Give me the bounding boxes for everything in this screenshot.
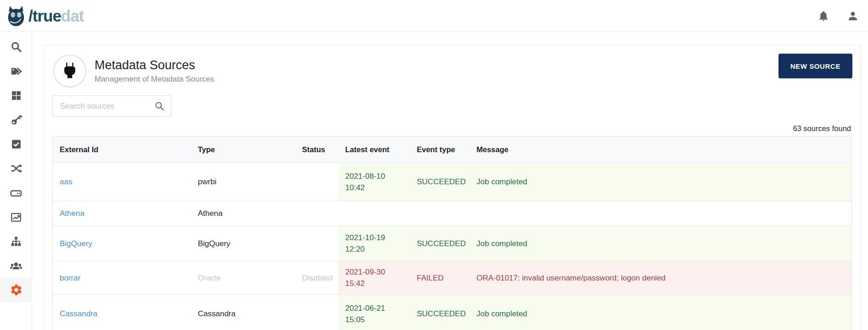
cell-event-type — [410, 201, 470, 226]
cell-status — [295, 162, 338, 201]
key-icon — [10, 114, 22, 126]
metadata-sources-panel: Metadata Sources Management of Metadata … — [44, 45, 861, 330]
cell-message: ORA-01017: invalid username/password; lo… — [470, 261, 852, 294]
chart-line-icon — [10, 211, 22, 223]
cell-type: Cassandra — [191, 294, 295, 330]
bell-icon[interactable] — [818, 10, 829, 22]
source-link[interactable]: aas — [60, 177, 72, 186]
cell-message: Job completed — [470, 294, 852, 330]
cell-status — [295, 226, 338, 261]
sitemap-icon — [10, 236, 22, 248]
cell-external-id: BigQuery — [53, 226, 191, 261]
check-square-icon — [11, 138, 22, 150]
sidebar-item-settings[interactable] — [0, 278, 32, 302]
column-header-latest-event: Latest event — [338, 137, 410, 162]
cell-type: BigQuery — [191, 226, 295, 261]
column-header-status: Status — [295, 137, 338, 162]
source-link[interactable]: Cassandra — [60, 309, 97, 318]
column-header-event-type: Event type — [410, 137, 470, 162]
column-header-message: Message — [470, 137, 852, 162]
cell-status: Disabled — [295, 261, 338, 294]
sidebar-item-tags[interactable] — [0, 59, 32, 83]
plug-avatar — [53, 55, 86, 88]
page-header: Metadata Sources Management of Metadata … — [53, 55, 214, 88]
new-source-button[interactable]: NEW SOURCE — [778, 54, 852, 78]
page-subtitle: Management of Metadata Sources — [95, 75, 214, 84]
gear-icon — [10, 283, 23, 297]
cell-latest-event: 2021-06-21 15:05 — [338, 294, 410, 330]
column-header-external-id: External Id — [53, 137, 191, 162]
cell-message: Job completed — [470, 226, 852, 261]
owl-icon — [6, 6, 27, 27]
grid-icon — [11, 90, 22, 101]
users-icon — [10, 259, 22, 272]
cell-type: Oracle — [191, 261, 295, 294]
cell-event-type: FAILED — [410, 261, 470, 294]
sidebar-item-drive[interactable] — [0, 181, 32, 205]
table-header-row: External Id Type Status Latest event Eve… — [53, 137, 852, 162]
cell-latest-event: 2021-08-10 10:42 — [338, 162, 410, 201]
sidebar-item-key[interactable] — [0, 108, 32, 132]
sidebar — [0, 32, 32, 330]
cell-type: pwrbi — [191, 162, 295, 201]
page-title: Metadata Sources — [95, 58, 214, 72]
cell-external-id: aas — [53, 162, 191, 201]
sidebar-item-shuffle[interactable] — [0, 156, 32, 181]
user-profile-icon[interactable] — [847, 10, 859, 22]
sidebar-item-check-square[interactable] — [0, 132, 32, 156]
cell-latest-event — [338, 201, 410, 226]
tags-icon — [10, 65, 22, 77]
sidebar-item-chart-line[interactable] — [0, 205, 32, 229]
source-link[interactable]: borrar — [60, 274, 80, 282]
cell-external-id: Cassandra — [53, 294, 191, 330]
cell-external-id: Athena — [53, 201, 191, 226]
cell-message — [470, 201, 852, 226]
logo-text: /truedat — [28, 7, 84, 25]
cell-message: Job completed — [470, 162, 852, 201]
table-row: Cassandra Cassandra 2021-06-21 15:05 SUC… — [53, 294, 852, 330]
results-count: 63 sources found — [793, 124, 851, 133]
cell-event-type: SUCCEEDED — [410, 162, 470, 201]
top-bar: /truedat — [0, 0, 868, 32]
sidebar-item-users[interactable] — [0, 253, 32, 278]
cell-event-type: SUCCEEDED — [410, 294, 470, 330]
table-row: borrar Oracle Disabled 2021-09-30 15:42 … — [53, 261, 852, 294]
cell-latest-event: 2021-09-30 15:42 — [338, 261, 410, 294]
drive-icon — [10, 187, 22, 199]
truedat-logo[interactable]: /truedat — [0, 6, 84, 27]
source-link[interactable]: BigQuery — [60, 239, 92, 248]
column-header-type: Type — [191, 137, 295, 162]
plug-icon — [60, 60, 79, 82]
cell-external-id: borrar — [53, 261, 191, 294]
table-row: Athena Athena — [53, 201, 852, 226]
search-icon[interactable] — [154, 101, 165, 113]
sidebar-item-grid[interactable] — [0, 83, 32, 108]
cell-status — [295, 294, 338, 330]
table-row: BigQuery BigQuery 2021-10-19 12:20 SUCCE… — [53, 226, 852, 261]
cell-type: Athena — [191, 201, 295, 226]
cell-event-type: SUCCEEDED — [410, 226, 470, 261]
cell-status — [295, 201, 338, 226]
search-box — [52, 95, 171, 117]
sources-table: External Id Type Status Latest event Eve… — [52, 136, 852, 330]
table-row: aas pwrbi 2021-08-10 10:42 SUCCEEDED Job… — [53, 162, 852, 201]
source-link[interactable]: Athena — [60, 209, 84, 218]
sidebar-item-sitemap[interactable] — [0, 229, 32, 253]
shuffle-icon — [10, 162, 22, 175]
cell-latest-event: 2021-10-19 12:20 — [338, 226, 410, 261]
sidebar-item-search[interactable] — [0, 35, 32, 59]
search-input[interactable] — [52, 95, 171, 117]
search-icon — [10, 41, 22, 53]
